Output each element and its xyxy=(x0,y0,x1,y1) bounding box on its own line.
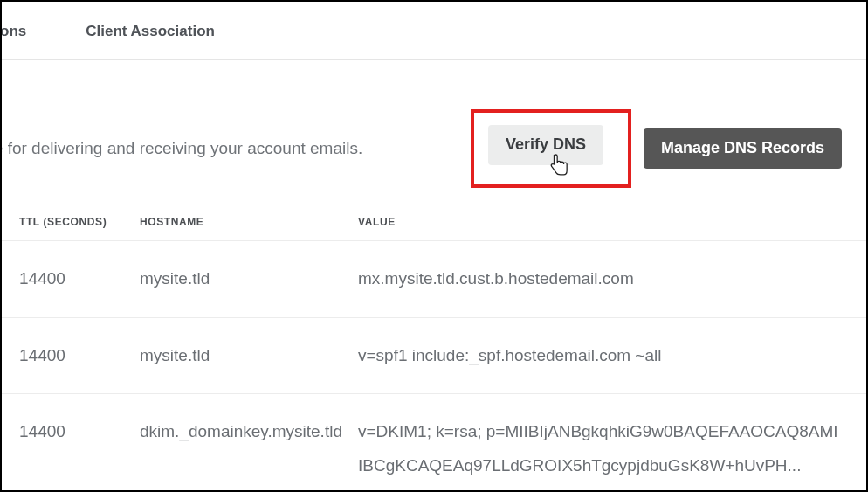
table-row: 14400 dkim._domainkey.mysite.tld v=DKIM1… xyxy=(2,393,866,492)
table-row: 14400 mysite.tld mx.mysite.tld.cust.b.ho… xyxy=(2,240,866,317)
verify-dns-button[interactable]: Verify DNS xyxy=(488,125,603,165)
cell-ttl: 14400 xyxy=(19,415,140,483)
column-header-value: VALUE xyxy=(358,216,866,228)
column-header-ttl: TTL (SECONDS) xyxy=(19,216,140,228)
column-header-hostname: HOSTNAME xyxy=(140,216,358,228)
tab-partial[interactable]: ons xyxy=(0,23,42,40)
table-row: 14400 mysite.tld v=spf1 include:_spf.hos… xyxy=(2,317,866,394)
cell-hostname: dkim._domainkey.mysite.tld xyxy=(140,415,358,483)
highlight-box: Verify DNS xyxy=(471,109,631,188)
cell-value: v=DKIM1; k=rsa; p=MIIBIjANBgkqhkiG9w0BAQ… xyxy=(358,415,840,483)
cell-ttl: 14400 xyxy=(19,262,140,296)
cell-ttl: 14400 xyxy=(19,339,140,373)
button-group: Verify DNS Manage DNS Records xyxy=(471,109,842,188)
cell-hostname: mysite.tld xyxy=(140,339,358,373)
dns-records-table: TTL (SECONDS) HOSTNAME VALUE 14400 mysit… xyxy=(2,216,866,492)
cell-value: mx.mysite.tld.cust.b.hostedemail.com xyxy=(358,262,840,296)
cell-hostname: mysite.tld xyxy=(140,262,358,296)
tab-client-association[interactable]: Client Association xyxy=(70,23,231,40)
description-text: ble for delivering and receiving your ac… xyxy=(0,135,453,162)
manage-dns-records-button[interactable]: Manage DNS Records xyxy=(644,128,842,169)
table-header: TTL (SECONDS) HOSTNAME VALUE xyxy=(2,216,866,240)
tab-bar: ons Client Association xyxy=(0,2,866,60)
description-row: ble for delivering and receiving your ac… xyxy=(2,60,866,205)
cell-value: v=spf1 include:_spf.hostedemail.com ~all xyxy=(358,339,840,373)
